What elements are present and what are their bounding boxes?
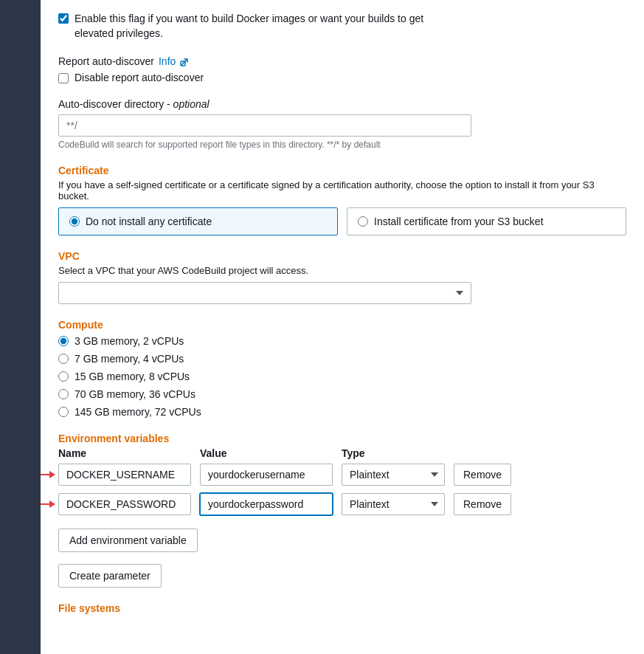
compute-radio-1[interactable]	[58, 336, 69, 346]
env-col-name-header: Name	[58, 447, 191, 459]
cert-radio-none[interactable]	[69, 216, 80, 227]
create-param-button[interactable]: Create parameter	[58, 564, 162, 588]
file-systems-section: File systems	[58, 602, 626, 614]
env-name-input-1[interactable]	[58, 464, 191, 486]
compute-label-1: 3 GB memory, 2 vCPUs	[75, 335, 184, 347]
file-systems-label: File systems	[58, 602, 626, 614]
compute-radio-4[interactable]	[58, 389, 69, 399]
create-param-btn-wrapper: Create parameter	[58, 558, 626, 588]
add-env-var-button[interactable]: Add environment variable	[58, 529, 198, 552]
compute-label-5: 145 GB memory, 72 vCPUs	[75, 406, 201, 418]
env-type-select-1[interactable]: Plaintext Parameter Secrets Manager	[342, 464, 445, 486]
env-remove-btn-1[interactable]: Remove	[454, 464, 511, 486]
info-link[interactable]: Info	[159, 55, 189, 67]
red-arrow-2	[41, 500, 55, 508]
compute-section: Compute 3 GB memory, 2 vCPUs 7 GB memory…	[58, 319, 626, 418]
env-vars-section-label: Environment variables	[58, 433, 626, 444]
red-arrow-head-2	[49, 500, 55, 508]
env-type-select-2[interactable]: Plaintext Parameter Secrets Manager	[342, 493, 445, 515]
cert-option-bucket[interactable]: Install certificate from your S3 bucket	[347, 207, 626, 235]
vpc-select[interactable]	[58, 282, 471, 304]
red-arrow-head-1	[49, 471, 55, 478]
env-remove-btn-2[interactable]: Remove	[454, 493, 511, 515]
compute-options: 3 GB memory, 2 vCPUs 7 GB memory, 4 vCPU…	[58, 335, 626, 418]
compute-radio-3[interactable]	[58, 371, 69, 382]
env-row-2: Plaintext Parameter Secrets Manager Remo…	[58, 493, 626, 515]
compute-radio-5[interactable]	[58, 407, 69, 417]
auto-discover-dir-input[interactable]	[58, 114, 471, 137]
cert-option-none[interactable]: Do not install any certificate	[58, 207, 338, 235]
privileged-label: Enable this flag if you want to build Do…	[75, 12, 423, 41]
disable-auto-discover-row: Disable report auto-discover	[58, 72, 626, 83]
env-value-input-2[interactable]	[200, 493, 333, 515]
auto-discover-dir-hint: CodeBuild will search for supported repo…	[58, 140, 626, 150]
certificate-section-label: Certificate	[58, 165, 626, 176]
env-row-1: Plaintext Parameter Secrets Manager Remo…	[58, 464, 626, 486]
compute-section-label: Compute	[58, 319, 626, 331]
compute-option-5[interactable]: 145 GB memory, 72 vCPUs	[58, 406, 626, 418]
auto-discover-dir-section: Auto-discover directory - optional CodeB…	[58, 98, 626, 150]
env-col-value-header: Value	[200, 447, 333, 459]
env-vars-section: Environment variables Name Value Type Pl…	[58, 433, 626, 588]
cert-bucket-label: Install certificate from your S3 bucket	[374, 216, 544, 227]
certificate-section: Certificate If you have a self-signed ce…	[58, 165, 626, 235]
disable-auto-discover-label: Disable report auto-discover	[75, 72, 204, 83]
privileged-checkbox[interactable]	[58, 13, 69, 24]
compute-label-2: 7 GB memory, 4 vCPUs	[75, 353, 184, 365]
compute-option-3[interactable]: 15 GB memory, 8 vCPUs	[58, 371, 626, 382]
red-arrow-line-1	[41, 474, 49, 475]
env-name-input-2[interactable]	[58, 493, 191, 515]
report-auto-discover-label: Report auto-discover	[58, 55, 154, 67]
red-arrow-line-2	[41, 503, 49, 505]
env-col-type-header: Type	[342, 447, 445, 459]
certificate-options: Do not install any certificate Install c…	[58, 207, 626, 235]
sidebar	[0, 0, 41, 654]
privileged-checkbox-row: Enable this flag if you want to build Do…	[58, 12, 626, 41]
compute-label-3: 15 GB memory, 8 vCPUs	[75, 371, 190, 382]
compute-option-2[interactable]: 7 GB memory, 4 vCPUs	[58, 353, 626, 365]
vpc-section: VPC Select a VPC that your AWS CodeBuild…	[58, 250, 626, 304]
external-link-icon	[180, 58, 189, 66]
certificate-description: If you have a self-signed certificate or…	[58, 179, 626, 202]
cert-radio-bucket[interactable]	[358, 216, 368, 227]
compute-option-1[interactable]: 3 GB memory, 2 vCPUs	[58, 335, 626, 347]
report-auto-discover-section: Report auto-discover Info Disable report…	[58, 55, 626, 83]
cert-none-label: Do not install any certificate	[86, 216, 212, 227]
main-content: Enable this flag if you want to build Do…	[41, 0, 644, 654]
compute-option-4[interactable]: 70 GB memory, 36 vCPUs	[58, 388, 626, 400]
env-value-input-1[interactable]	[200, 464, 333, 486]
compute-label-4: 70 GB memory, 36 vCPUs	[75, 388, 195, 400]
env-action-btns: Add environment variable	[58, 523, 626, 552]
compute-radio-2[interactable]	[58, 354, 69, 364]
disable-auto-discover-checkbox[interactable]	[58, 73, 69, 83]
env-col-action-header	[454, 447, 513, 459]
vpc-description: Select a VPC that your AWS CodeBuild pro…	[58, 265, 626, 276]
red-arrow-1	[41, 471, 55, 478]
vpc-section-label: VPC	[58, 250, 626, 262]
auto-discover-dir-label: Auto-discover directory - optional	[58, 98, 626, 110]
env-table-header: Name Value Type	[58, 447, 626, 459]
